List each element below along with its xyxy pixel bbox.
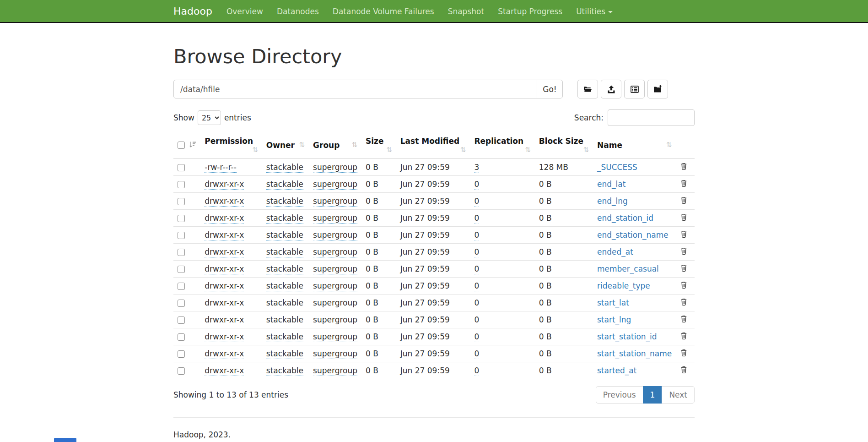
- permission-value[interactable]: drwxr-xr-x: [205, 349, 244, 359]
- file-name-link[interactable]: end_lng: [597, 196, 628, 206]
- owner-value[interactable]: stackable: [266, 230, 303, 240]
- row-checkbox[interactable]: [178, 215, 185, 222]
- delete-button[interactable]: [680, 349, 688, 357]
- owner-value[interactable]: stackable: [266, 163, 303, 173]
- delete-button[interactable]: [680, 196, 688, 204]
- file-name-link[interactable]: start_lng: [597, 315, 631, 324]
- permission-value[interactable]: drwxr-xr-x: [205, 264, 244, 274]
- owner-value[interactable]: stackable: [266, 180, 303, 190]
- delete-button[interactable]: [680, 230, 688, 238]
- group-value[interactable]: supergroup: [313, 180, 357, 190]
- header-block-size[interactable]: Block Size⇅: [535, 132, 593, 159]
- row-checkbox[interactable]: [178, 316, 185, 324]
- file-name-link[interactable]: start_station_id: [597, 332, 657, 341]
- file-name-link[interactable]: start_station_name: [597, 349, 672, 358]
- file-name-link[interactable]: end_station_name: [597, 230, 669, 240]
- pagination-page-1[interactable]: 1: [643, 386, 663, 404]
- group-value[interactable]: supergroup: [313, 264, 357, 274]
- header-size[interactable]: Size⇅: [361, 132, 396, 159]
- file-name-link[interactable]: start_lat: [597, 298, 629, 307]
- owner-value[interactable]: stackable: [266, 349, 303, 359]
- delete-button[interactable]: [680, 281, 688, 289]
- replication-value[interactable]: 0: [474, 264, 479, 274]
- group-value[interactable]: supergroup: [313, 366, 357, 376]
- owner-value[interactable]: stackable: [266, 213, 303, 224]
- page-size-select[interactable]: 25: [198, 110, 221, 125]
- header-owner[interactable]: Owner⇅: [262, 132, 309, 159]
- replication-value[interactable]: 0: [474, 230, 479, 240]
- sort-amount-asc-icon[interactable]: [189, 141, 196, 150]
- permission-value[interactable]: -rw-r--r--: [205, 163, 237, 173]
- list-view-button[interactable]: [624, 80, 645, 98]
- owner-value[interactable]: stackable: [266, 281, 303, 291]
- group-value[interactable]: supergroup: [313, 247, 357, 257]
- header-group[interactable]: Group⇅: [309, 132, 361, 159]
- permission-value[interactable]: drwxr-xr-x: [205, 366, 244, 376]
- owner-value[interactable]: stackable: [266, 332, 303, 342]
- nav-item-overview[interactable]: Overview: [220, 0, 270, 23]
- search-input[interactable]: [608, 109, 695, 126]
- upload-button[interactable]: [601, 80, 621, 98]
- file-name-link[interactable]: end_lat: [597, 180, 625, 189]
- group-value[interactable]: supergroup: [313, 163, 357, 173]
- group-value[interactable]: supergroup: [313, 332, 357, 342]
- pagination-previous[interactable]: Previous: [596, 386, 643, 404]
- replication-value[interactable]: 0: [474, 349, 479, 359]
- delete-button[interactable]: [680, 366, 688, 374]
- sort-icon[interactable]: ⇅: [666, 141, 672, 149]
- row-checkbox[interactable]: [178, 181, 185, 188]
- owner-value[interactable]: stackable: [266, 264, 303, 274]
- group-value[interactable]: supergroup: [313, 281, 357, 291]
- nav-item-startup-progress[interactable]: Startup Progress: [491, 0, 569, 23]
- delete-button[interactable]: [680, 247, 688, 255]
- group-value[interactable]: supergroup: [313, 213, 357, 224]
- header-name[interactable]: Name⇅: [593, 132, 676, 159]
- owner-value[interactable]: stackable: [266, 196, 303, 207]
- delete-button[interactable]: [680, 179, 688, 187]
- nav-item-utilities[interactable]: Utilities: [569, 0, 620, 23]
- nav-item-datanode-volume-failures[interactable]: Datanode Volume Failures: [326, 0, 441, 23]
- owner-value[interactable]: stackable: [266, 247, 303, 257]
- replication-value[interactable]: 0: [474, 180, 479, 190]
- sort-icon[interactable]: ⇅: [351, 141, 357, 149]
- replication-value[interactable]: 0: [474, 298, 479, 308]
- row-checkbox[interactable]: [178, 266, 185, 273]
- sort-icon[interactable]: ⇅: [583, 146, 589, 154]
- nav-item-snapshot[interactable]: Snapshot: [441, 0, 491, 23]
- header-permission[interactable]: Permission⇅: [200, 132, 262, 159]
- row-checkbox[interactable]: [178, 333, 185, 341]
- replication-value[interactable]: 0: [474, 366, 479, 376]
- row-checkbox[interactable]: [178, 164, 185, 171]
- replication-value[interactable]: 0: [474, 196, 479, 207]
- header-replication[interactable]: Replication⇅: [470, 132, 534, 159]
- group-value[interactable]: supergroup: [313, 298, 357, 308]
- replication-value[interactable]: 0: [474, 213, 479, 224]
- file-name-link[interactable]: rideable_type: [597, 281, 650, 290]
- permission-value[interactable]: drwxr-xr-x: [205, 180, 244, 190]
- go-button[interactable]: Go!: [537, 80, 563, 98]
- row-checkbox[interactable]: [178, 198, 185, 205]
- row-checkbox[interactable]: [178, 232, 185, 239]
- replication-value[interactable]: 0: [474, 315, 479, 325]
- nav-item-datanodes[interactable]: Datanodes: [270, 0, 326, 23]
- permission-value[interactable]: drwxr-xr-x: [205, 315, 244, 325]
- replication-value[interactable]: 0: [474, 281, 479, 291]
- permission-value[interactable]: drwxr-xr-x: [205, 332, 244, 342]
- sort-icon[interactable]: ⇅: [252, 146, 258, 154]
- permission-value[interactable]: drwxr-xr-x: [205, 281, 244, 291]
- permission-value[interactable]: drwxr-xr-x: [205, 298, 244, 308]
- row-checkbox[interactable]: [178, 367, 185, 375]
- replication-value[interactable]: 0: [474, 332, 479, 342]
- row-checkbox[interactable]: [178, 300, 185, 307]
- permission-value[interactable]: drwxr-xr-x: [205, 230, 244, 240]
- group-value[interactable]: supergroup: [313, 230, 357, 240]
- row-checkbox[interactable]: [178, 350, 185, 358]
- permission-value[interactable]: drwxr-xr-x: [205, 213, 244, 224]
- sort-icon[interactable]: ⇅: [460, 146, 466, 154]
- file-name-link[interactable]: ended_at: [597, 247, 633, 256]
- pagination-next[interactable]: Next: [662, 386, 695, 404]
- delete-button[interactable]: [680, 213, 688, 221]
- file-name-link[interactable]: end_station_id: [597, 213, 653, 223]
- path-input[interactable]: [173, 80, 537, 98]
- permission-value[interactable]: drwxr-xr-x: [205, 247, 244, 257]
